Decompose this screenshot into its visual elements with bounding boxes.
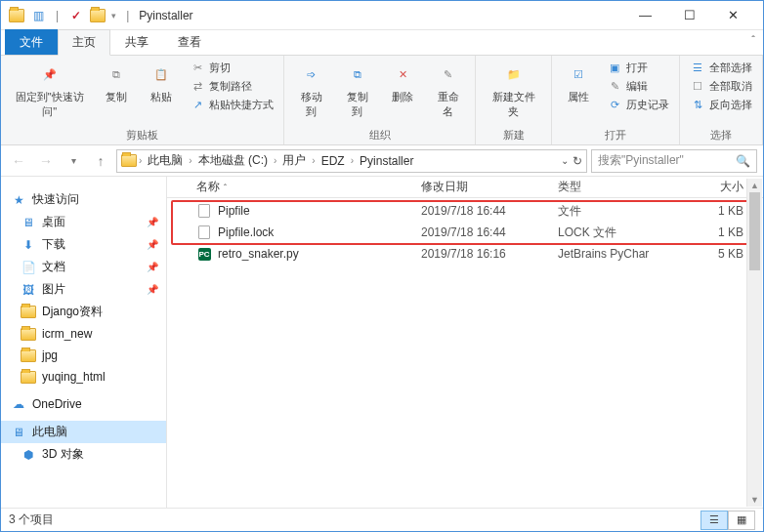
column-date[interactable]: 修改日期 — [421, 179, 558, 195]
ribbon-tabs: 文件 主页 共享 查看 ˆ — [1, 30, 763, 56]
icons-view-button[interactable]: ▦ — [728, 511, 755, 530]
nav-folder[interactable]: yuqing_html — [1, 366, 166, 388]
pin-icon: 📌 — [147, 262, 158, 272]
ribbon-group-clipboard: 📌固定到"快速访问" ⧉复制 📋粘贴 ✂剪切 ⇄复制路径 ↗粘贴快捷方式 剪贴板 — [1, 56, 284, 144]
scrollbar-thumb[interactable] — [749, 192, 760, 270]
scroll-down-icon[interactable]: ▼ — [747, 493, 762, 507]
address-bar[interactable]: › 此电脑› 本地磁盘 (C:)› 用户› EDZ› Pyinstaller ⌄… — [116, 149, 587, 173]
nav-documents[interactable]: 📄文档📌 — [1, 256, 166, 278]
status-item-count: 3 个项目 — [9, 512, 54, 528]
nav-back-button[interactable]: ← — [7, 149, 30, 173]
qat-check-icon[interactable]: ✓ — [68, 8, 84, 23]
ribbon-group-label: 选择 — [686, 127, 756, 143]
breadcrumb[interactable]: 本地磁盘 (C:) — [194, 152, 272, 169]
quick-access-toolbar: ▥ | ✓ ▾ | Pyinstaller — [9, 8, 193, 23]
close-button[interactable]: ✕ — [711, 2, 755, 29]
minimize-button[interactable]: — — [623, 2, 667, 29]
column-name[interactable]: 名称ˆ — [196, 179, 421, 195]
titlebar: ▥ | ✓ ▾ | Pyinstaller — ☐ ✕ — [1, 1, 763, 30]
pin-to-quick-access-button[interactable]: 📌固定到"快速访问" — [7, 59, 92, 121]
nav-this-pc[interactable]: 🖥此电脑 — [1, 421, 166, 443]
pycharm-icon: PC — [196, 246, 212, 262]
history-button[interactable]: ⟳历史记录 — [603, 96, 673, 113]
nav-folder[interactable]: jpg — [1, 345, 166, 366]
nav-onedrive[interactable]: ☁OneDrive — [1, 393, 166, 415]
ribbon-group-new: 📁新建文件夹 新建 — [476, 56, 552, 144]
delete-button[interactable]: ✕删除 — [382, 59, 423, 106]
content-pane: 名称ˆ 修改日期 类型 大小 Pipfile 2019/7/18 16:44 文… — [167, 177, 763, 508]
breadcrumb[interactable]: Pyinstaller — [356, 154, 417, 168]
breadcrumb[interactable]: 用户 — [278, 152, 310, 169]
pin-icon: 📌 — [147, 217, 158, 227]
copy-button[interactable]: ⧉复制 — [96, 59, 137, 106]
view-toggles: ☰ ▦ — [700, 511, 755, 530]
copy-to-button[interactable]: ⧉复制到 — [336, 59, 378, 121]
move-to-button[interactable]: ➩移动到 — [290, 59, 332, 121]
column-size[interactable]: 大小 — [685, 179, 743, 195]
rename-button[interactable]: ✎重命名 — [427, 59, 469, 121]
paste-button[interactable]: 📋粘贴 — [141, 59, 182, 106]
address-row: ← → ▾ ↑ › 此电脑› 本地磁盘 (C:)› 用户› EDZ› Pyins… — [1, 145, 763, 177]
window-title: Pyinstaller — [139, 9, 192, 22]
ribbon-group-label: 新建 — [482, 127, 545, 143]
file-icon — [196, 225, 212, 240]
sort-indicator-icon: ˆ — [224, 183, 227, 192]
navigation-pane[interactable]: ★快速访问 🖥桌面📌 ⬇下载📌 📄文档📌 🖼图片📌 Django资料 icrm_… — [1, 177, 167, 508]
window-controls: — ☐ ✕ — [623, 2, 755, 29]
nav-pictures[interactable]: 🖼图片📌 — [1, 278, 166, 301]
breadcrumb[interactable]: EDZ — [318, 154, 349, 168]
nav-folder[interactable]: icrm_new — [1, 323, 166, 345]
nav-quick-access[interactable]: ★快速访问 — [1, 188, 166, 211]
address-dropdown-icon[interactable]: ⌄ — [561, 155, 569, 166]
invert-selection-button[interactable]: ⇅反向选择 — [686, 96, 756, 113]
nav-3d-objects[interactable]: ⬢3D 对象 — [1, 443, 166, 466]
ribbon-group-open: ☑属性 ▣打开 ✎编辑 ⟳历史记录 打开 — [552, 56, 680, 144]
ribbon-group-select: ☰全部选择 ☐全部取消 ⇅反向选择 选择 — [680, 56, 763, 144]
open-button[interactable]: ▣打开 — [603, 59, 673, 76]
ribbon: 📌固定到"快速访问" ⧉复制 📋粘贴 ✂剪切 ⇄复制路径 ↗粘贴快捷方式 剪贴板… — [1, 56, 763, 145]
tab-home[interactable]: 主页 — [58, 29, 110, 56]
file-list[interactable]: Pipfile 2019/7/18 16:44 文件 1 KB Pipfile.… — [167, 198, 763, 508]
nav-up-button[interactable]: ↑ — [89, 149, 112, 173]
breadcrumb[interactable]: 此电脑 — [144, 152, 187, 169]
vertical-scrollbar[interactable]: ▲ ▼ — [746, 179, 762, 507]
column-type[interactable]: 类型 — [558, 179, 685, 195]
file-row[interactable]: Pipfile 2019/7/18 16:44 文件 1 KB — [171, 200, 755, 222]
properties-button[interactable]: ☑属性 — [558, 59, 599, 106]
new-folder-button[interactable]: 📁新建文件夹 — [482, 59, 545, 121]
refresh-icon[interactable]: ↻ — [573, 154, 582, 168]
edit-button[interactable]: ✎编辑 — [603, 77, 673, 95]
ribbon-group-label: 组织 — [290, 127, 469, 143]
scroll-up-icon[interactable]: ▲ — [747, 179, 762, 192]
maximize-button[interactable]: ☐ — [667, 2, 711, 29]
file-row[interactable]: PCretro_snaker.py 2019/7/18 16:16 JetBra… — [171, 243, 755, 265]
file-row[interactable]: Pipfile.lock 2019/7/18 16:44 LOCK 文件 1 K… — [171, 222, 755, 243]
select-all-button[interactable]: ☰全部选择 — [686, 59, 756, 76]
ribbon-group-label: 打开 — [558, 127, 673, 143]
nav-desktop[interactable]: 🖥桌面📌 — [1, 211, 166, 233]
nav-forward-button[interactable]: → — [34, 149, 58, 173]
copy-path-button[interactable]: ⇄复制路径 — [186, 77, 277, 95]
explorer-body: ★快速访问 🖥桌面📌 ⬇下载📌 📄文档📌 🖼图片📌 Django资料 icrm_… — [1, 177, 763, 508]
tab-file[interactable]: 文件 — [5, 29, 58, 55]
folder-icon — [121, 153, 137, 169]
search-input[interactable]: 搜索"Pyinstaller" 🔍 — [591, 149, 757, 173]
nav-downloads[interactable]: ⬇下载📌 — [1, 233, 166, 256]
nav-recent-button[interactable]: ▾ — [62, 149, 85, 173]
column-headers[interactable]: 名称ˆ 修改日期 类型 大小 — [167, 177, 763, 198]
tab-view[interactable]: 查看 — [163, 29, 216, 55]
pin-icon: 📌 — [147, 239, 158, 250]
nav-folder[interactable]: Django资料 — [1, 301, 166, 323]
qat-dropdown-icon[interactable]: ▾ — [111, 11, 116, 20]
pin-icon: 📌 — [147, 284, 158, 295]
details-view-button[interactable]: ☰ — [700, 511, 728, 530]
cut-button[interactable]: ✂剪切 — [186, 59, 277, 76]
paste-shortcut-button[interactable]: ↗粘贴快捷方式 — [186, 96, 277, 113]
select-none-button[interactable]: ☐全部取消 — [686, 77, 756, 95]
search-icon[interactable]: 🔍 — [736, 154, 750, 168]
tab-share[interactable]: 共享 — [110, 29, 163, 55]
ribbon-group-organize: ➩移动到 ⧉复制到 ✕删除 ✎重命名 组织 — [284, 56, 476, 144]
ribbon-collapse-button[interactable]: ˆ — [751, 34, 755, 46]
qat-folder-icon[interactable] — [90, 8, 106, 23]
qat-properties-icon[interactable]: ▥ — [30, 8, 46, 23]
